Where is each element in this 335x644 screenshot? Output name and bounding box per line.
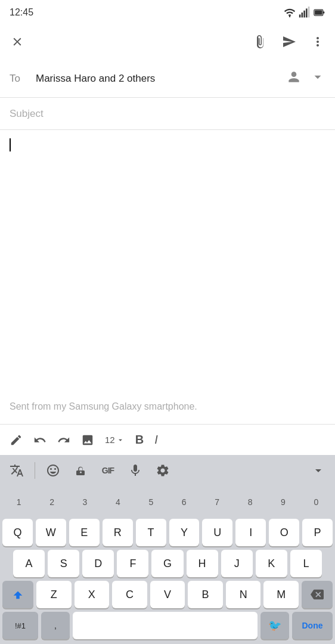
key-o[interactable]: O — [269, 519, 299, 546]
cursor-line — [10, 138, 325, 153]
close-button[interactable] — [10, 34, 25, 49]
key-l[interactable]: L — [290, 550, 322, 577]
bold-button[interactable]: B — [135, 433, 144, 447]
key-r[interactable]: R — [103, 519, 133, 546]
top-bar-divider — [35, 462, 35, 479]
subject-field[interactable]: Subject — [0, 98, 335, 130]
key-g[interactable]: G — [151, 550, 183, 577]
to-recipients[interactable]: Marissa Haro and 2 others — [36, 73, 286, 85]
expand-recipients-icon[interactable] — [310, 69, 325, 88]
svg-rect-5 — [308, 7, 310, 17]
key-j[interactable]: J — [221, 550, 253, 577]
keyboard-settings-icon[interactable] — [152, 460, 173, 481]
svg-rect-2 — [302, 13, 303, 17]
keyboard: GIF 1 2 3 4 5 6 7 8 9 0 Q W E R T Y U — [0, 455, 335, 644]
key-3[interactable]: 3 — [69, 488, 101, 516]
key-y[interactable]: Y — [169, 519, 200, 546]
svg-rect-3 — [303, 11, 305, 18]
email-signature: Sent from my Samsung Galaxy smartphone. — [10, 401, 197, 412]
key-f[interactable]: F — [117, 550, 148, 577]
shift-key[interactable] — [2, 581, 33, 608]
key-9[interactable]: 9 — [266, 488, 299, 516]
key-d[interactable]: D — [82, 550, 114, 577]
send-button[interactable] — [281, 34, 297, 49]
key-w[interactable]: W — [36, 519, 66, 546]
undo-icon[interactable] — [33, 434, 46, 447]
key-q[interactable]: Q — [2, 519, 33, 546]
toolbar-right — [253, 34, 325, 49]
keyboard-row-2: A S D F G H J K L — [0, 548, 335, 579]
text-cursor — [10, 138, 11, 151]
status-time: 12:45 — [10, 7, 33, 18]
key-i[interactable]: I — [235, 519, 266, 546]
key-s[interactable]: S — [48, 550, 79, 577]
signal-icon — [299, 7, 311, 18]
key-u[interactable]: U — [202, 519, 232, 546]
email-toolbar — [0, 24, 335, 60]
key-n[interactable]: N — [226, 581, 261, 608]
keyboard-bottom-row: !#1 , 🐦 Done — [0, 610, 335, 644]
format-toolbar: 12 B I — [0, 424, 335, 455]
pencil-format-icon[interactable] — [10, 434, 23, 447]
italic-button[interactable]: I — [154, 433, 158, 447]
keyboard-hide-icon[interactable] — [308, 460, 329, 481]
to-label: To — [10, 73, 26, 85]
emoji-icon[interactable] — [42, 460, 64, 481]
battery-icon — [314, 7, 325, 18]
svg-rect-1 — [299, 14, 301, 17]
subject-placeholder: Subject — [10, 108, 44, 120]
status-icons — [284, 7, 325, 18]
status-bar: 12:45 — [0, 0, 335, 24]
key-b[interactable]: B — [188, 581, 223, 608]
symbols-key[interactable]: !#1 — [2, 612, 38, 639]
key-t[interactable]: T — [136, 519, 166, 546]
svg-rect-7 — [323, 11, 325, 13]
sticker-icon[interactable] — [70, 460, 91, 481]
key-m[interactable]: M — [263, 581, 299, 608]
microphone-icon[interactable] — [125, 460, 146, 481]
add-recipient-icon[interactable] — [286, 69, 302, 88]
redo-icon[interactable] — [57, 434, 70, 447]
key-0[interactable]: 0 — [300, 488, 333, 516]
font-size-value: 12 — [105, 435, 115, 445]
key-v[interactable]: V — [150, 581, 185, 608]
key-5[interactable]: 5 — [135, 488, 168, 516]
key-k[interactable]: K — [256, 550, 287, 577]
svg-rect-4 — [306, 8, 308, 17]
key-6[interactable]: 6 — [168, 488, 200, 516]
gif-icon[interactable]: GIF — [97, 460, 119, 481]
key-1[interactable]: 1 — [2, 488, 35, 516]
key-7[interactable]: 7 — [200, 488, 233, 516]
key-z[interactable]: Z — [36, 581, 72, 608]
key-2[interactable]: 2 — [35, 488, 68, 516]
key-4[interactable]: 4 — [101, 488, 134, 516]
svg-rect-8 — [315, 10, 322, 15]
key-8[interactable]: 8 — [234, 488, 266, 516]
more-button[interactable] — [310, 34, 325, 49]
svg-point-0 — [289, 16, 291, 17]
key-p[interactable]: P — [302, 519, 333, 546]
font-size-selector[interactable]: 12 — [105, 435, 125, 445]
key-a[interactable]: A — [13, 550, 45, 577]
image-insert-icon[interactable] — [81, 434, 94, 447]
number-row: 1 2 3 4 5 6 7 8 9 0 — [0, 486, 335, 517]
attach-button[interactable] — [253, 34, 268, 49]
keyboard-row-1: Q W E R T Y U I O P — [0, 517, 335, 548]
keyboard-top-bar: GIF — [0, 455, 335, 486]
wifi-icon — [284, 7, 296, 18]
email-body[interactable]: Sent from my Samsung Galaxy smartphone. — [0, 130, 335, 424]
emoji-bottom-key[interactable]: 🐦 — [260, 612, 289, 639]
comma-key[interactable]: , — [41, 612, 70, 639]
backspace-key[interactable] — [302, 581, 333, 608]
to-actions — [286, 69, 325, 88]
key-h[interactable]: H — [187, 550, 218, 577]
to-field[interactable]: To Marissa Haro and 2 others — [0, 60, 335, 98]
key-e[interactable]: E — [69, 519, 100, 546]
key-x[interactable]: X — [75, 581, 110, 608]
translate-icon[interactable] — [6, 460, 27, 481]
done-key[interactable]: Done — [292, 612, 333, 639]
key-c[interactable]: C — [112, 581, 147, 608]
space-key[interactable] — [73, 612, 258, 639]
keyboard-row-3: Z X C V B N M — [0, 579, 335, 610]
